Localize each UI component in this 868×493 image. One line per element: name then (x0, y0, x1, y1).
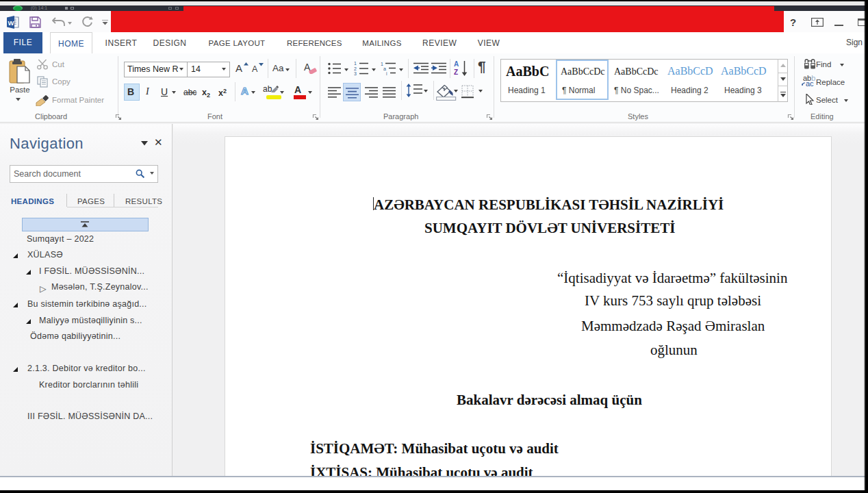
svg-text:1: 1 (381, 62, 383, 66)
svg-text:2: 2 (354, 66, 357, 71)
svg-text:W: W (8, 19, 14, 27)
svg-text:i: i (386, 71, 387, 75)
svg-text:A: A (454, 60, 459, 68)
svg-text:3: 3 (354, 71, 357, 75)
svg-text:a: a (383, 66, 386, 71)
svg-text:1: 1 (354, 61, 357, 66)
svg-text:Z: Z (454, 68, 458, 76)
